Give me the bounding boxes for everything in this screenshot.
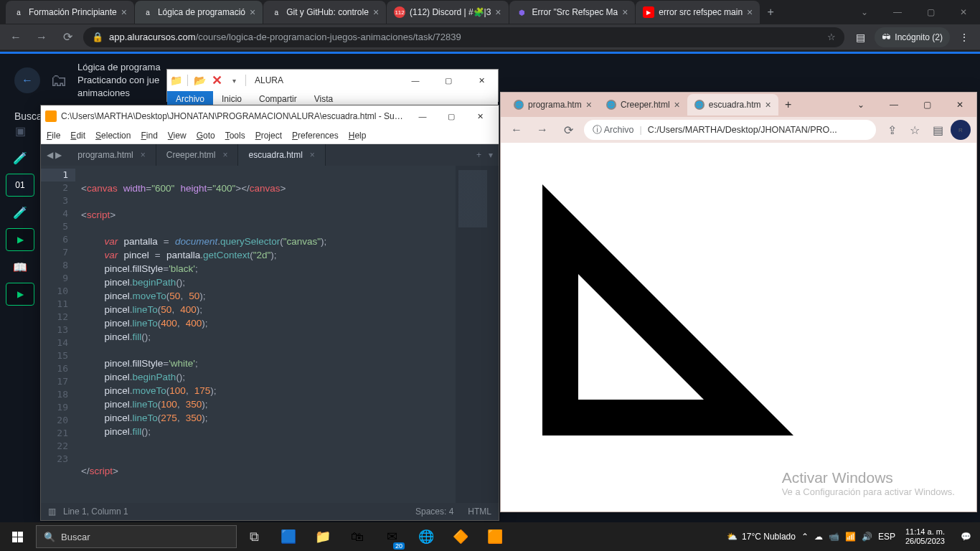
- notifications-icon[interactable]: 💬: [955, 532, 977, 542]
- back-button[interactable]: ←: [14, 67, 40, 93]
- minimize-icon[interactable]: —: [408, 105, 437, 127]
- browser-tab[interactable]: 112(112) Discord | #🧩|3×: [387, 1, 508, 24]
- sidebar-item[interactable]: 01: [6, 174, 34, 197]
- browser-tab[interactable]: ⬢Error "Src Refspec Ma×: [509, 1, 636, 24]
- start-button[interactable]: [0, 522, 34, 551]
- close-icon[interactable]: ×: [586, 99, 592, 110]
- weather-widget[interactable]: ⛅ 17°C Nublado: [727, 532, 796, 542]
- close-icon[interactable]: ×: [765, 99, 771, 110]
- edge-icon[interactable]: 🟦: [271, 522, 306, 551]
- close-icon[interactable]: ×: [622, 6, 628, 18]
- meet-now-icon[interactable]: 📹: [829, 532, 839, 542]
- browser-tab[interactable]: 🌐programa.htm×: [507, 94, 599, 116]
- minimap[interactable]: [456, 166, 499, 503]
- tab-nav-arrows[interactable]: ◀ ▶: [41, 144, 67, 166]
- menu-help[interactable]: Help: [349, 131, 367, 141]
- forward-button[interactable]: →: [32, 27, 52, 47]
- close-icon[interactable]: ×: [495, 6, 501, 18]
- maximize-icon[interactable]: ▢: [910, 93, 943, 117]
- menu-file[interactable]: File: [47, 131, 60, 141]
- address-bar[interactable]: ⓘ Archivo | C:/Users/MARTHA/Desktop/JHON…: [584, 120, 876, 140]
- close-icon[interactable]: ×: [747, 6, 753, 18]
- close-icon[interactable]: ×: [222, 150, 227, 160]
- reload-button[interactable]: ⟳: [558, 120, 578, 140]
- browser-tab[interactable]: 🌐Creeper.html×: [599, 94, 687, 116]
- minimize-icon[interactable]: —: [877, 93, 910, 117]
- chevron-down-icon[interactable]: ▾: [227, 74, 240, 87]
- panel-toggle-icon[interactable]: ▥: [48, 507, 56, 517]
- close-icon[interactable]: ×: [310, 150, 315, 160]
- status-spaces[interactable]: Spaces: 4: [415, 507, 453, 517]
- chevron-down-icon[interactable]: ⌄: [848, 0, 881, 24]
- sublime-icon[interactable]: 🟧: [478, 522, 512, 551]
- close-icon[interactable]: ×: [141, 150, 146, 160]
- folder-open-icon[interactable]: 📂: [193, 74, 206, 87]
- wifi-icon[interactable]: 📶: [845, 532, 856, 542]
- star-icon[interactable]: ☆: [827, 32, 836, 42]
- close-icon[interactable]: ×: [674, 99, 680, 110]
- sublime-window[interactable]: C:\Users\MARTHA\Desktop\JHONATAN\PROGRAM…: [40, 105, 499, 521]
- git-icon[interactable]: 🔶: [443, 522, 478, 551]
- extensions-icon[interactable]: ▤: [850, 27, 870, 47]
- menu-view[interactable]: View: [168, 131, 187, 141]
- back-button[interactable]: ←: [6, 27, 26, 47]
- sublime-titlebar[interactable]: C:\Users\MARTHA\Desktop\JHONATAN\PROGRAM…: [41, 105, 499, 127]
- close-icon[interactable]: ✕: [943, 93, 976, 117]
- close-icon[interactable]: ✕: [466, 105, 494, 127]
- menu-button[interactable]: ⋮: [954, 27, 974, 47]
- chevron-down-icon[interactable]: ⌄: [844, 93, 877, 117]
- editor-tab[interactable]: programa.html×: [67, 144, 156, 166]
- browser-tab[interactable]: aLógica de programació×: [135, 1, 263, 24]
- menu-find[interactable]: Find: [141, 131, 157, 141]
- address-bar[interactable]: 🔒 app.aluracursos.com/course/logica-de-p…: [83, 27, 844, 47]
- browser-tab[interactable]: ▶error src refspec main×: [636, 1, 760, 24]
- onedrive-icon[interactable]: ☁: [814, 532, 823, 542]
- share-icon[interactable]: ⇪: [882, 120, 902, 140]
- incognito-indicator[interactable]: 🕶 Incógnito (2): [875, 27, 950, 47]
- close-icon[interactable]: ✕: [947, 0, 980, 24]
- browser-tab[interactable]: aGit y GitHub: controle×: [263, 1, 386, 24]
- sidebar-icon[interactable]: ▣: [6, 119, 34, 142]
- extensions-icon[interactable]: ▤: [928, 120, 948, 140]
- close-icon[interactable]: ✕: [465, 70, 498, 91]
- back-button[interactable]: ←: [507, 120, 527, 140]
- sidebar-item[interactable]: ▶: [6, 228, 34, 251]
- language-indicator[interactable]: ESP: [878, 532, 895, 542]
- menu-edit[interactable]: Edit: [70, 131, 85, 141]
- maximize-icon[interactable]: ▢: [432, 70, 465, 91]
- editor-tab[interactable]: Creeper.html×: [156, 144, 239, 166]
- sidebar-icon[interactable]: 📖: [6, 255, 34, 278]
- new-tab-button[interactable]: +: [778, 98, 798, 111]
- sidebar-icon[interactable]: 🧪: [6, 201, 34, 224]
- browser-tab[interactable]: 🌐escuadra.htm×: [687, 94, 778, 116]
- clock[interactable]: 11:14 a. m. 26/05/2023: [901, 527, 949, 546]
- menu-selection[interactable]: Selection: [95, 131, 131, 141]
- file-explorer-window[interactable]: 📁 📂 ✕ ▾ ALURA — ▢ ✕ Archivo Inicio Compa…: [166, 69, 499, 102]
- close-icon[interactable]: ×: [121, 6, 127, 18]
- close-icon[interactable]: ×: [373, 6, 379, 18]
- menu-project[interactable]: Project: [255, 131, 282, 141]
- minimize-icon[interactable]: —: [399, 70, 432, 91]
- new-tab-button[interactable]: +: [760, 6, 781, 19]
- menu-goto[interactable]: Goto: [197, 131, 215, 141]
- minimize-icon[interactable]: —: [881, 0, 914, 24]
- sidebar-item[interactable]: ▶: [6, 283, 34, 306]
- delete-icon[interactable]: ✕: [210, 74, 223, 87]
- profile-avatar[interactable]: R: [951, 120, 971, 140]
- mail-icon[interactable]: ✉20: [374, 522, 409, 551]
- taskbar-search[interactable]: 🔍 Buscar: [36, 525, 237, 548]
- star-icon[interactable]: ☆: [905, 120, 925, 140]
- menu-preferences[interactable]: Preferences: [292, 131, 339, 141]
- maximize-icon[interactable]: ▢: [914, 0, 947, 24]
- code-editor[interactable]: <canvas width="600" height="400"></canva…: [75, 166, 456, 503]
- close-icon[interactable]: ×: [250, 6, 255, 18]
- browser-tab[interactable]: aFormación Principiante×: [6, 1, 134, 24]
- sidebar-icon[interactable]: 🧪: [6, 146, 34, 169]
- chevron-up-icon[interactable]: ⌃: [801, 532, 809, 542]
- status-language[interactable]: HTML: [468, 507, 491, 517]
- chrome-window-preview[interactable]: 🌐programa.htm× 🌐Creeper.html× 🌐escuadra.…: [500, 92, 977, 512]
- forward-button[interactable]: →: [532, 120, 552, 140]
- maximize-icon[interactable]: ▢: [437, 105, 466, 127]
- menu-tools[interactable]: Tools: [225, 131, 245, 141]
- tab-overflow[interactable]: + ▾: [471, 144, 499, 166]
